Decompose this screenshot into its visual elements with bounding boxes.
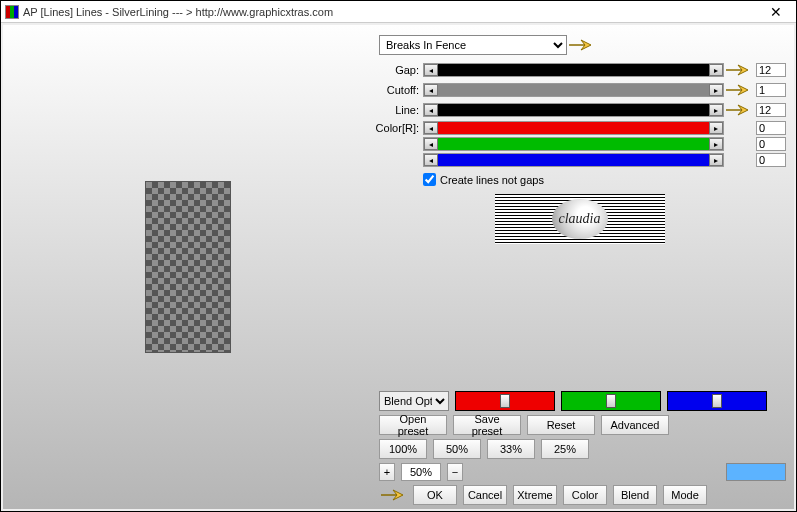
zoom-plus-button[interactable]: + <box>379 463 395 481</box>
blend-button[interactable]: Blend <box>613 485 657 505</box>
arrow-right-icon[interactable]: ▸ <box>709 104 723 116</box>
zoom-100-button[interactable]: 100% <box>379 439 427 459</box>
color-g-value[interactable]: 0 <box>756 137 786 151</box>
color-button[interactable]: Color <box>563 485 607 505</box>
controls-pane: Breaks In Fence Gap: ◂ ▸ 12 Cu <box>373 25 794 509</box>
line-slider[interactable]: ◂ ▸ <box>423 103 724 117</box>
zoom-33-button[interactable]: 33% <box>487 439 535 459</box>
cutoff-label: Cutoff: <box>373 84 423 96</box>
cutoff-value[interactable]: 1 <box>756 83 786 97</box>
slider-thumb[interactable] <box>606 394 616 408</box>
color-b-slider[interactable]: ◂ ▸ <box>423 153 724 167</box>
color-r-track[interactable] <box>438 122 709 134</box>
app-icon <box>5 5 19 19</box>
arrow-left-icon[interactable]: ◂ <box>424 154 438 166</box>
rgb-g-slider[interactable] <box>561 391 661 411</box>
color-g-track[interactable] <box>438 138 709 150</box>
gap-value[interactable]: 12 <box>756 63 786 77</box>
color-g-slider[interactable]: ◂ ▸ <box>423 137 724 151</box>
slider-thumb[interactable] <box>712 394 722 408</box>
line-track[interactable] <box>438 104 709 116</box>
pointer-cursor-icon <box>724 101 752 119</box>
titlebar: AP [Lines] Lines - SilverLining --- > ht… <box>1 1 796 23</box>
window-title: AP [Lines] Lines - SilverLining --- > ht… <box>23 6 760 18</box>
ok-button[interactable]: OK <box>413 485 457 505</box>
arrow-left-icon[interactable]: ◂ <box>424 104 438 116</box>
color-r-slider[interactable]: ◂ ▸ <box>423 121 724 135</box>
color-swatch[interactable] <box>726 463 786 481</box>
arrow-left-icon[interactable]: ◂ <box>424 84 438 96</box>
reset-button[interactable]: Reset <box>527 415 595 435</box>
create-lines-checkbox[interactable] <box>423 173 436 186</box>
arrow-right-icon[interactable]: ▸ <box>709 84 723 96</box>
pointer-cursor-icon <box>724 61 752 79</box>
cutoff-track[interactable] <box>438 84 709 96</box>
slider-thumb[interactable] <box>500 394 510 408</box>
preset-dropdown[interactable]: Breaks In Fence <box>379 35 567 55</box>
zoom-25-button[interactable]: 25% <box>541 439 589 459</box>
color-r-value[interactable]: 0 <box>756 121 786 135</box>
advanced-button[interactable]: Advanced <box>601 415 669 435</box>
preview-pane <box>3 25 373 509</box>
arrow-right-icon[interactable]: ▸ <box>709 138 723 150</box>
zoom-value[interactable]: 50% <box>401 463 441 481</box>
cutoff-slider[interactable]: ◂ ▸ <box>423 83 724 97</box>
color-r-label: Color[R]: <box>373 122 423 134</box>
line-value[interactable]: 12 <box>756 103 786 117</box>
arrow-right-icon[interactable]: ▸ <box>709 64 723 76</box>
dialog-window: AP [Lines] Lines - SilverLining --- > ht… <box>0 0 797 512</box>
zoom-minus-button[interactable]: − <box>447 463 463 481</box>
preview-image <box>145 181 231 353</box>
color-b-value[interactable]: 0 <box>756 153 786 167</box>
gap-slider[interactable]: ◂ ▸ <box>423 63 724 77</box>
pointer-cursor-icon <box>379 486 407 504</box>
pointer-cursor-icon <box>567 36 595 54</box>
mode-button[interactable]: Mode <box>663 485 707 505</box>
arrow-left-icon[interactable]: ◂ <box>424 138 438 150</box>
open-preset-button[interactable]: Open preset <box>379 415 447 435</box>
rgb-r-slider[interactable] <box>455 391 555 411</box>
blend-dropdown[interactable]: Blend Options <box>379 391 449 411</box>
gap-label: Gap: <box>373 64 423 76</box>
zoom-50-button[interactable]: 50% <box>433 439 481 459</box>
arrow-left-icon[interactable]: ◂ <box>424 122 438 134</box>
save-preset-button[interactable]: Save preset <box>453 415 521 435</box>
gap-track[interactable] <box>438 64 709 76</box>
arrow-left-icon[interactable]: ◂ <box>424 64 438 76</box>
content-area: Breaks In Fence Gap: ◂ ▸ 12 Cu <box>1 23 796 511</box>
logo-text: claudia <box>552 199 608 239</box>
arrow-right-icon[interactable]: ▸ <box>709 154 723 166</box>
arrow-right-icon[interactable]: ▸ <box>709 122 723 134</box>
create-lines-label: Create lines not gaps <box>440 174 544 186</box>
line-label: Line: <box>373 104 423 116</box>
logo-banner: claudia <box>495 194 665 244</box>
cancel-button[interactable]: Cancel <box>463 485 507 505</box>
close-button[interactable]: ✕ <box>760 3 792 21</box>
xtreme-button[interactable]: Xtreme <box>513 485 557 505</box>
pointer-cursor-icon <box>724 81 752 99</box>
color-b-track[interactable] <box>438 154 709 166</box>
rgb-b-slider[interactable] <box>667 391 767 411</box>
